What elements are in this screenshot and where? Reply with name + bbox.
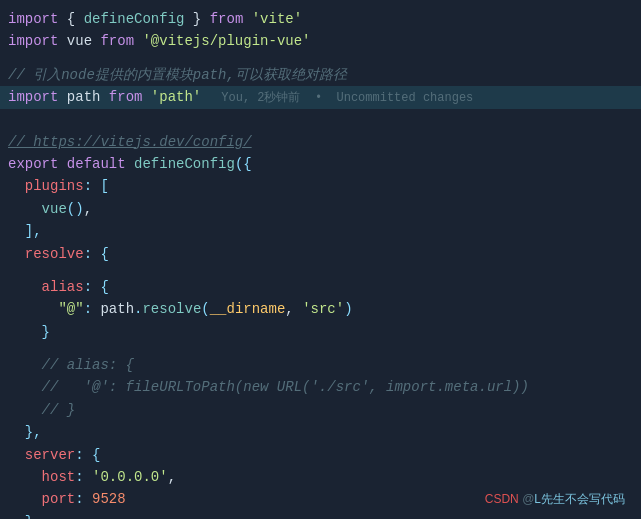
- token: defineConfig: [84, 8, 185, 30]
- token: vue: [58, 30, 100, 52]
- token: [243, 8, 251, 30]
- token: [8, 220, 25, 242]
- token: [84, 466, 92, 488]
- token: }: [25, 511, 33, 519]
- token: (: [201, 298, 209, 320]
- code-lines: import { defineConfig } from 'vite'impor…: [0, 8, 641, 519]
- code-line: },: [0, 421, 641, 443]
- token: from: [109, 86, 143, 108]
- token: ,: [168, 466, 176, 488]
- token: 'src': [302, 298, 344, 320]
- token: // '@': fileURLToPath(new URL('./src', i…: [8, 376, 529, 398]
- token: :: [84, 175, 92, 197]
- token: [92, 243, 100, 265]
- code-line: [0, 120, 641, 131]
- code-line: [0, 109, 641, 120]
- token: host: [42, 466, 76, 488]
- token: :: [75, 444, 83, 466]
- token: [8, 321, 42, 343]
- token: vue: [42, 198, 67, 220]
- footer-brand: CSDN: [485, 492, 519, 506]
- code-line: export default defineConfig({: [0, 153, 641, 175]
- token: "@": [58, 298, 83, 320]
- token: plugins: [25, 175, 84, 197]
- token: [8, 421, 25, 443]
- token: {: [58, 8, 83, 30]
- token: 'path': [151, 86, 201, 108]
- token: [142, 86, 150, 108]
- token: }: [42, 321, 50, 343]
- token: path: [92, 298, 134, 320]
- token: .: [134, 298, 142, 320]
- code-line: "@": path.resolve(__dirname, 'src'): [0, 298, 641, 320]
- code-line: [0, 343, 641, 354]
- token: [8, 488, 42, 510]
- code-line: host: '0.0.0.0',: [0, 466, 641, 488]
- code-line: }: [0, 511, 641, 519]
- token: // 引入node提供的内置模块path,可以获取绝对路径: [8, 64, 347, 86]
- code-line: [0, 265, 641, 276]
- token: resolve: [25, 243, 84, 265]
- token: [8, 511, 25, 519]
- token: import: [8, 86, 58, 108]
- token: [8, 243, 25, 265]
- token: },: [25, 421, 42, 443]
- code-line: import path from 'path'You, 2秒钟前 • Uncom…: [0, 86, 641, 108]
- token: alias: [42, 276, 84, 298]
- token: [92, 276, 100, 298]
- code-line: import vue from '@vitejs/plugin-vue': [0, 30, 641, 52]
- token: port: [42, 488, 76, 510]
- token: __dirname: [210, 298, 286, 320]
- token: ({: [235, 153, 252, 175]
- token: [: [100, 175, 108, 197]
- token: [294, 298, 302, 320]
- token: (): [67, 198, 84, 220]
- token: // }: [8, 399, 75, 421]
- token: '@vitejs/plugin-vue': [142, 30, 310, 52]
- token: :: [75, 488, 83, 510]
- token: server: [25, 444, 75, 466]
- token: :: [84, 243, 92, 265]
- code-line: // alias: {: [0, 354, 641, 376]
- token: :: [75, 466, 83, 488]
- token: ,: [285, 298, 293, 320]
- token: :: [84, 298, 92, 320]
- token: {: [100, 276, 108, 298]
- code-line: // }: [0, 399, 641, 421]
- token: {: [100, 243, 108, 265]
- token: '0.0.0.0': [92, 466, 168, 488]
- token: [134, 30, 142, 52]
- token: [8, 175, 25, 197]
- token: [8, 298, 58, 320]
- token: }: [184, 8, 209, 30]
- token: ): [344, 298, 352, 320]
- token: // alias: {: [8, 354, 134, 376]
- code-line: // https://vitejs.dev/config/: [0, 131, 641, 153]
- code-line: server: {: [0, 444, 641, 466]
- footer: CSDN @L先生不会写代码: [485, 490, 625, 509]
- token: [8, 466, 42, 488]
- inline-info: You, 2秒钟前 • Uncommitted changes: [221, 89, 473, 108]
- code-line: ],: [0, 220, 641, 242]
- token: [8, 198, 42, 220]
- token: ],: [25, 220, 42, 242]
- token: [84, 444, 92, 466]
- token: [126, 153, 134, 175]
- token: default: [67, 153, 126, 175]
- footer-user: L先生不会写代码: [534, 492, 625, 506]
- token: import: [8, 8, 58, 30]
- token: ,: [84, 198, 92, 220]
- token: 'vite': [252, 8, 302, 30]
- code-line: vue(),: [0, 198, 641, 220]
- token: path: [58, 86, 108, 108]
- token: [84, 488, 92, 510]
- token: defineConfig: [134, 153, 235, 175]
- token: from: [100, 30, 134, 52]
- token: from: [210, 8, 244, 30]
- code-line: // 引入node提供的内置模块path,可以获取绝对路径: [0, 64, 641, 86]
- footer-separator: @: [519, 492, 535, 506]
- token: {: [92, 444, 100, 466]
- token: resolve: [142, 298, 201, 320]
- token: export: [8, 153, 58, 175]
- token: 9528: [92, 488, 126, 510]
